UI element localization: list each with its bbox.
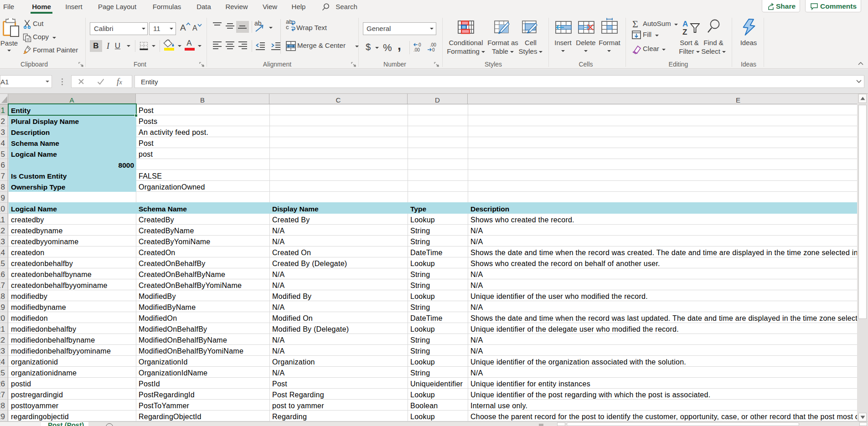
svg-text:A: A (682, 20, 688, 28)
svg-text:0: 0 (418, 42, 421, 47)
svg-text:.00: .00 (430, 42, 436, 47)
svg-text:Z: Z (682, 28, 687, 35)
svg-text:0: 0 (432, 47, 435, 52)
svg-text:.00: .00 (413, 47, 420, 52)
